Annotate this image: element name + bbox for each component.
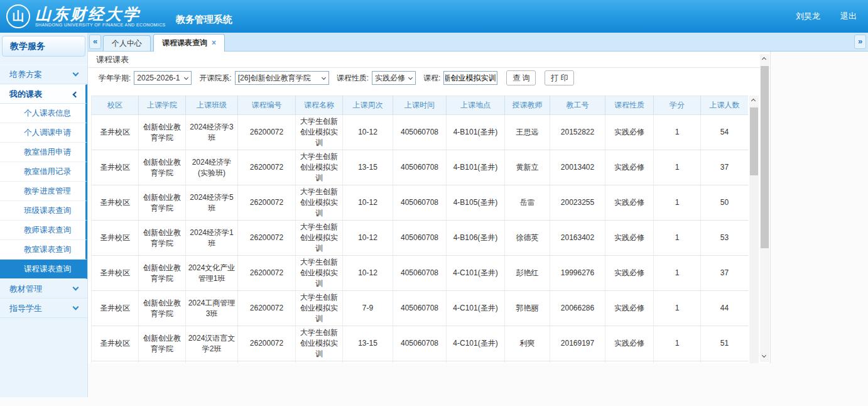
table-cell: 岳雷 xyxy=(505,185,550,221)
table-cell: 4-C105(圣井) xyxy=(447,361,505,364)
table-cell: 创新创业教育学院 xyxy=(139,185,186,221)
table-cell: 44 xyxy=(701,291,749,326)
table-cell: 20152822 xyxy=(550,115,605,150)
column-header[interactable]: 课程编号 xyxy=(238,96,296,115)
table-row[interactable]: 圣井校区创新创业教育学院2024工商管理3班26200072大学生创新创业模拟实… xyxy=(92,291,749,326)
sidebar-item-student-guidance[interactable]: 指导学生 xyxy=(0,299,87,318)
table-row[interactable]: 圣井校区创新创业教育学院2024经济学5班26200072大学生创新创业模拟实训… xyxy=(92,185,749,221)
course-input[interactable] xyxy=(443,71,497,85)
table-row[interactable]: 圣井校区创新创业教育学院2024金融学4班26200072大学生创新创业模拟实训… xyxy=(92,361,749,364)
table-cell: 实践必修 xyxy=(605,291,654,326)
tab-scroll-right-icon[interactable]: » xyxy=(854,35,866,49)
sidebar-item-label: 教材管理 xyxy=(9,284,42,294)
course-nature-select[interactable]: 实践必修 xyxy=(372,71,416,85)
table-row[interactable]: 圣井校区创新创业教育学院2024经济学(实验班)26200072大学生创新创业模… xyxy=(92,150,749,185)
table-cell: 45 xyxy=(701,361,749,364)
table-cell: 20066286 xyxy=(550,291,605,326)
scrollbar-up-icon[interactable] xyxy=(760,54,769,64)
sidebar-item-label: 班级课表查询 xyxy=(24,206,71,215)
sidebar-item-teacher-timetable-query[interactable]: 教师课表查询 xyxy=(0,221,87,240)
table-cell: 4-B105(圣井) xyxy=(447,185,505,221)
print-button[interactable]: 打 印 xyxy=(545,70,574,85)
scrollbar-down-icon[interactable] xyxy=(760,352,769,362)
chevron-down-icon xyxy=(73,285,79,291)
semester-select[interactable]: 2025-2026-1 xyxy=(134,71,192,85)
table-cell: 2024经济学(实验班) xyxy=(186,150,238,185)
sidebar-item-class-timetable-query[interactable]: 班级课表查询 xyxy=(0,201,87,221)
table-cell: 2024经济学3班 xyxy=(186,115,238,150)
sidebar-item-textbook-management[interactable]: 教材管理 xyxy=(0,279,87,299)
sidebar-item-personal-timetable-info[interactable]: 个人课表信息 xyxy=(0,104,87,123)
table-cell: 实践必修 xyxy=(605,256,654,291)
sidebar-item-label: 指导学生 xyxy=(9,304,42,313)
table-cell: 实践必修 xyxy=(605,150,654,185)
sidebar-item-classroom-borrow-request[interactable]: 教室借用申请 xyxy=(0,143,87,162)
department-value: [26]创新创业教育学院 xyxy=(238,73,311,84)
table-cell: 20023255 xyxy=(550,185,605,221)
department-select[interactable]: [26]创新创业教育学院 xyxy=(235,71,329,85)
column-header[interactable]: 课程性质 xyxy=(605,96,654,115)
table-cell: 大学生创新创业模拟实训 xyxy=(296,221,343,256)
column-header[interactable]: 校区 xyxy=(92,96,139,115)
column-header[interactable]: 学分 xyxy=(654,96,701,115)
sidebar-item-classroom-timetable-query[interactable]: 教室课表查询 xyxy=(0,240,87,260)
table-cell: 王思远 xyxy=(505,115,550,150)
tab-scroll-left-icon[interactable]: « xyxy=(89,35,101,49)
column-header[interactable]: 上课人数 xyxy=(701,96,749,115)
sidebar-item-personal-course-change-request[interactable]: 个人调课申请 xyxy=(0,123,87,143)
query-button[interactable]: 查 询 xyxy=(506,70,536,85)
table-cell: 10-12 xyxy=(343,221,393,256)
column-header[interactable]: 授课教师 xyxy=(505,96,550,115)
username-link[interactable]: 刘昊龙 xyxy=(796,11,820,22)
table-cell: 创新创业教育学院 xyxy=(139,115,186,150)
table-cell: 圣井校区 xyxy=(92,291,139,326)
sidebar-item-teaching-progress-management[interactable]: 教学进度管理 xyxy=(0,182,87,201)
chevron-left-icon xyxy=(73,92,79,98)
table-cell: 26200072 xyxy=(238,115,296,150)
table-cell: 10-12 xyxy=(343,256,393,291)
table-cell: 37 xyxy=(701,256,749,291)
table-scrollbar[interactable] xyxy=(749,96,759,363)
table-cell: 10-12 xyxy=(343,115,393,150)
table-cell: 19996276 xyxy=(550,256,605,291)
table-cell: 黄新立 xyxy=(505,150,550,185)
sidebar-item-label: 个人课表信息 xyxy=(24,109,71,118)
sidebar: 教学服务 培养方案我的课表个人课表信息个人调课申请教室借用申请教室借用记录教学进… xyxy=(0,33,88,397)
sidebar-item-label: 个人调课申请 xyxy=(24,128,71,137)
sidebar-item-classroom-borrow-records[interactable]: 教室借用记录 xyxy=(0,162,87,182)
scrollbar-thumb[interactable] xyxy=(761,66,769,248)
pane-scrollbar[interactable] xyxy=(760,54,769,362)
table-cell: 4-C101(圣井) xyxy=(447,326,505,361)
course-label: 课程: xyxy=(423,73,440,84)
table-cell: 1 xyxy=(654,150,701,185)
table-row[interactable]: 圣井校区创新创业教育学院2024汉语言文学2班26200072大学生创新创业模拟… xyxy=(92,326,749,361)
column-header[interactable]: 上课时间 xyxy=(393,96,447,115)
column-header[interactable]: 上课班级 xyxy=(186,96,238,115)
sidebar-item-label: 培养方案 xyxy=(9,70,42,79)
logout-button[interactable]: 退出 xyxy=(840,11,857,22)
column-header[interactable]: 课程名称 xyxy=(296,96,343,115)
column-header[interactable]: 上课地点 xyxy=(447,96,505,115)
tab-course-timetable-query[interactable]: 课程课表查询× xyxy=(153,34,225,52)
tab-personal-center[interactable]: 个人中心 xyxy=(103,35,151,51)
tab-label: 课程课表查询 xyxy=(162,38,207,47)
column-header[interactable]: 上课学院 xyxy=(139,96,186,115)
scrollbar-thumb[interactable] xyxy=(750,107,758,175)
column-header[interactable]: 上课周次 xyxy=(343,96,393,115)
table-row[interactable]: 圣井校区创新创业教育学院2024经济学3班26200072大学生创新创业模拟实训… xyxy=(92,115,749,150)
close-icon[interactable]: × xyxy=(212,38,216,47)
sidebar-item-my-timetable[interactable]: 我的课表 xyxy=(0,84,87,104)
table-cell: 405060708 xyxy=(393,185,447,221)
user-area: 刘昊龙 退出 xyxy=(796,11,868,22)
table-cell: 实践必修 xyxy=(605,361,654,364)
sidebar-item-course-timetable-query[interactable]: 课程课表查询 xyxy=(0,260,87,279)
table-row[interactable]: 圣井校区创新创业教育学院2024文化产业管理1班26200072大学生创新创业模… xyxy=(92,256,749,291)
table-cell: 大学生创新创业模拟实训 xyxy=(296,326,343,361)
table-cell: 4-C101(圣井) xyxy=(447,256,505,291)
sidebar-item-training-plan[interactable]: 培养方案 xyxy=(0,65,87,84)
table-cell: 1 xyxy=(654,361,701,364)
column-header[interactable]: 教工号 xyxy=(550,96,605,115)
table-cell: 2024金融学4班 xyxy=(186,361,238,364)
table-row[interactable]: 圣井校区创新创业教育学院2024经济学1班26200072大学生创新创业模拟实训… xyxy=(92,221,749,256)
scrollbar-up-icon[interactable] xyxy=(749,96,759,106)
